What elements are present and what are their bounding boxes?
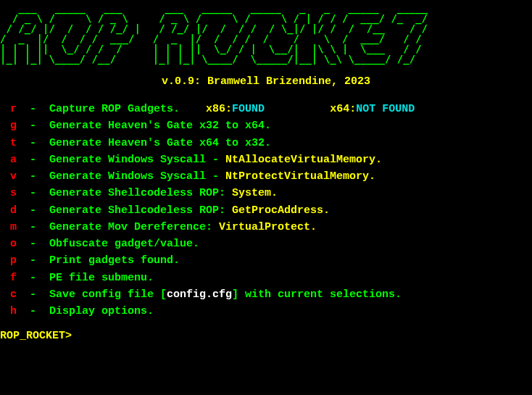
menu-highlight: VirtualProtect.	[219, 221, 317, 233]
menu-dash: -	[17, 103, 49, 115]
menu-desc: Generate Heaven's Gate x64 to x32.	[49, 137, 271, 149]
menu-key: d	[10, 204, 17, 217]
menu-key: f	[10, 272, 17, 284]
menu-desc: Generate Mov Dereference:	[49, 221, 219, 233]
menu-desc: ] with current selections.	[232, 288, 402, 301]
menu-dash: -	[17, 170, 49, 183]
menu-dash: -	[17, 238, 49, 250]
menu-desc: Save config file [	[49, 288, 167, 301]
menu-dash: -	[17, 204, 49, 217]
menu-item-t[interactable]: t - Generate Heaven's Gate x64 to x32.	[10, 135, 522, 151]
menu-item-s[interactable]: s - Generate Shellcodeless ROP: System.	[10, 185, 522, 201]
menu-key: m	[10, 221, 17, 233]
menu-item-d[interactable]: d - Generate Shellcodeless ROP: GetProcA…	[10, 202, 522, 219]
menu-desc: Generate Shellcodeless ROP:	[49, 204, 232, 217]
menu-key: r	[10, 103, 17, 115]
menu-item-h[interactable]: h - Display options.	[10, 303, 522, 320]
menu-dash: -	[17, 288, 49, 301]
menu-key: p	[10, 254, 17, 267]
menu-desc: Generate Windows Syscall -	[49, 154, 225, 166]
menu-desc: Display options.	[49, 305, 154, 317]
menu-item-c[interactable]: c - Save config file [config.cfg] with c…	[10, 286, 522, 303]
menu-highlight: System.	[232, 187, 278, 199]
ascii-banner: ___ _____ ___ ___ _____ _____ _ _ _____ …	[0, 0, 532, 64]
menu-desc: Generate Shellcodeless ROP:	[49, 187, 232, 199]
prompt-text: ROP_ROCKET>	[0, 330, 72, 342]
menu-desc: Print gadgets found.	[49, 254, 180, 267]
menu-highlight: GetProcAddress.	[232, 204, 330, 217]
menu-item-r[interactable]: r - Capture ROP Gadgets. x86:FOUND x64:N…	[10, 101, 522, 117]
menu-key: c	[10, 288, 17, 301]
x86-status: FOUND	[232, 103, 265, 115]
menu-dash: -	[17, 154, 49, 166]
menu-highlight: NtProtectVirtualMemory.	[225, 170, 375, 183]
menu-item-v[interactable]: v - Generate Windows Syscall - NtProtect…	[10, 168, 522, 185]
menu-desc: PE file submenu.	[49, 272, 154, 284]
command-prompt[interactable]: ROP_ROCKET>	[0, 330, 532, 342]
menu-key: t	[10, 137, 17, 149]
menu-dash: -	[17, 120, 49, 132]
version-line: v.0.9: Bramwell Brizendine, 2023	[10, 75, 522, 88]
menu-item-a[interactable]: a - Generate Windows Syscall - NtAllocat…	[10, 151, 522, 168]
menu-dash: -	[17, 254, 49, 267]
menu-desc: Generate Heaven's Gate x32 to x64.	[49, 120, 271, 132]
menu-highlight: NtAllocateVirtualMemory.	[225, 154, 382, 166]
menu-dash: -	[17, 187, 49, 199]
menu-desc: Obfuscate gadget/value.	[49, 238, 199, 250]
menu-desc: Capture ROP Gadgets.	[49, 103, 180, 115]
main-content: v.0.9: Bramwell Brizendine, 2023 r - Cap…	[0, 75, 532, 320]
x86-label: x86:	[206, 103, 232, 115]
menu-key: o	[10, 238, 17, 250]
menu-key: v	[10, 170, 17, 183]
menu-desc: Generate Windows Syscall -	[49, 170, 225, 183]
x64-status: NOT FOUND	[356, 103, 415, 115]
menu-list: r - Capture ROP Gadgets. x86:FOUND x64:N…	[10, 101, 522, 320]
menu-dash: -	[17, 272, 49, 284]
menu-item-p[interactable]: p - Print gadgets found.	[10, 252, 522, 269]
menu-dash: -	[17, 221, 49, 233]
x64-label: x64:	[330, 103, 356, 115]
config-filename: config.cfg	[167, 288, 232, 301]
menu-key: g	[10, 120, 17, 132]
menu-item-g[interactable]: g - Generate Heaven's Gate x32 to x64.	[10, 117, 522, 134]
menu-dash: -	[17, 137, 49, 149]
menu-key: s	[10, 187, 17, 199]
menu-key: h	[10, 305, 17, 317]
menu-key: a	[10, 154, 17, 166]
menu-item-f[interactable]: f - PE file submenu.	[10, 270, 522, 286]
menu-dash: -	[17, 305, 49, 317]
menu-item-o[interactable]: o - Obfuscate gadget/value.	[10, 236, 522, 252]
menu-item-m[interactable]: m - Generate Mov Dereference: VirtualPro…	[10, 219, 522, 236]
